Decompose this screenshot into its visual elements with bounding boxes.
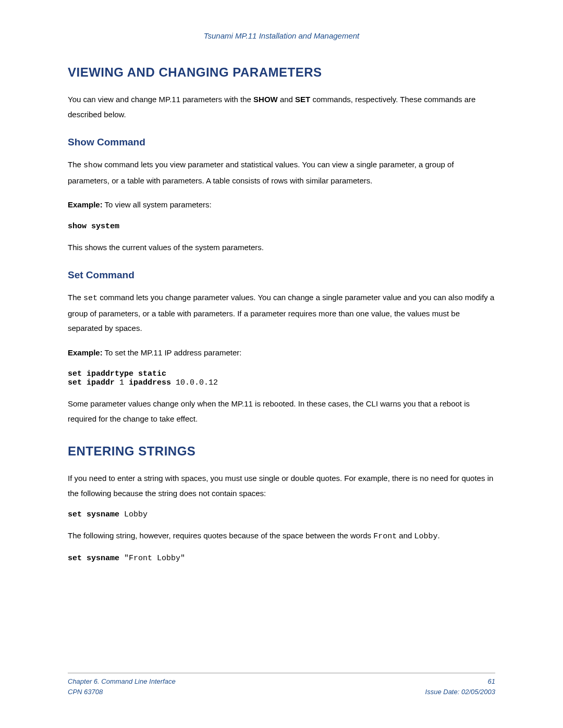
example-label: Example:: [68, 348, 103, 357]
text: command lets you view parameter and stat…: [68, 160, 454, 185]
set-example-line: Example: To set the MP.11 IP address par…: [68, 346, 495, 361]
set-command-heading: Set Command: [68, 269, 495, 281]
example-text: To set the MP.11 IP address parameter:: [103, 348, 242, 357]
inline-code-show: show: [83, 161, 102, 170]
show-command-heading: Show Command: [68, 137, 495, 148]
footer-cpn: CPN 63708: [68, 687, 176, 697]
section-heading-strings: ENTERING STRINGS: [68, 444, 495, 459]
footer-chapter: Chapter 6. Command Line Interface: [68, 676, 176, 687]
set-code-block: set ipaddrtype static set ipaddr 1 ipadd…: [68, 369, 495, 387]
footer-right: 61 Issue Date: 02/05/2003: [425, 676, 495, 697]
show-result-text: This shows the current values of the sys…: [68, 240, 495, 255]
intro-paragraph: You can view and change MP.11 parameters…: [68, 92, 495, 122]
strings-p1: If you need to enter a string with space…: [68, 471, 495, 501]
section-heading-viewing: VIEWING AND CHANGING PARAMETERS: [68, 65, 495, 80]
code-arg-lobby: Lobby: [124, 510, 148, 519]
document-header: Tsunami MP.11 Installation and Managemen…: [68, 31, 495, 40]
inline-code-lobby: Lobby: [414, 532, 438, 541]
text: The: [68, 160, 83, 169]
code-text: show system: [68, 222, 119, 231]
code-arg-front-lobby: "Front Lobby": [124, 554, 185, 563]
text: and: [397, 531, 414, 540]
code-arg-1: 1: [119, 378, 124, 387]
show-command-bold: SHOW: [253, 95, 278, 104]
strings-p2: The following string, however, requires …: [68, 528, 495, 545]
footer-left: Chapter 6. Command Line Interface CPN 63…: [68, 676, 176, 697]
show-description: The show command lets you view parameter…: [68, 157, 495, 188]
footer-page-number: 61: [425, 676, 495, 687]
text: The: [68, 293, 83, 302]
set-command-bold: SET: [295, 95, 310, 104]
code-line-1: set ipaddrtype static: [68, 369, 166, 378]
strings-code-1: set sysname Lobby: [68, 510, 495, 519]
example-label: Example:: [68, 200, 103, 209]
code-cmd: set sysname: [68, 554, 124, 563]
show-example-line: Example: To view all system parameters:: [68, 198, 495, 213]
page-footer: Chapter 6. Command Line Interface CPN 63…: [68, 673, 495, 697]
text: .: [438, 531, 440, 540]
page-content: Tsunami MP.11 Installation and Managemen…: [0, 0, 563, 563]
footer-issue-date: Issue Date: 02/05/2003: [425, 687, 495, 697]
inline-code-set: set: [83, 294, 97, 303]
strings-code-2: set sysname "Front Lobby": [68, 554, 495, 563]
code-arg-ip: 10.0.0.12: [176, 378, 218, 387]
set-description: The set command lets you change paramete…: [68, 290, 495, 336]
example-text: To view all system parameters:: [103, 200, 212, 209]
code-line-2-key: ipaddress: [124, 378, 176, 387]
code-cmd: set sysname: [68, 510, 124, 519]
code-line-2-cmd: set ipaddr: [68, 378, 119, 387]
text: and: [278, 95, 295, 104]
text: You can view and change MP.11 parameters…: [68, 95, 253, 104]
show-code-block: show system: [68, 222, 495, 231]
inline-code-front: Front: [373, 532, 397, 541]
text: command lets you change parameter values…: [68, 293, 494, 332]
text: The following string, however, requires …: [68, 531, 373, 540]
set-note: Some parameter values change only when t…: [68, 397, 495, 426]
